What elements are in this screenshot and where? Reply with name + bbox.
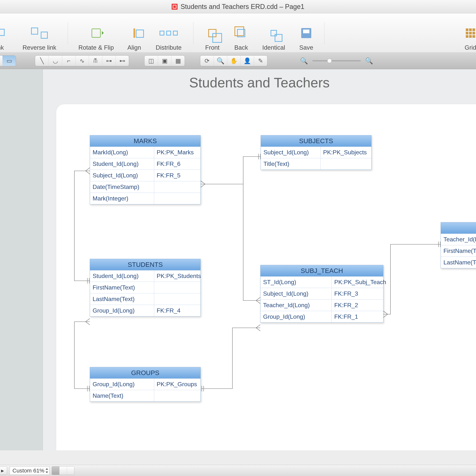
pan-tool[interactable]: ✋ xyxy=(227,55,240,66)
entity-row[interactable]: ST_Id(Long)PK:PK_Subj_Teach xyxy=(260,276,383,288)
column-name: Group_Id(Long) xyxy=(260,311,332,323)
column-name: Subject_Id(Long) xyxy=(261,147,321,158)
e-link-button[interactable]: e link xyxy=(0,25,15,51)
user-tool[interactable]: 👤 xyxy=(240,55,254,66)
rotate-flip-button[interactable]: Rotate & Flip xyxy=(72,25,120,51)
column-key: FK:FR_4 xyxy=(154,305,201,316)
select-tool[interactable]: ▭ xyxy=(2,55,16,66)
column-key xyxy=(154,193,201,204)
column-key: FK:FR_1 xyxy=(332,311,383,323)
diagram-title: Students and Teachers xyxy=(43,75,476,91)
group-tool[interactable]: ▣ xyxy=(158,55,171,66)
align-button[interactable]: Align xyxy=(120,25,148,51)
entity-row[interactable]: Teacher_Id(Long)FK:FR_2 xyxy=(260,299,383,311)
entity-header: MARKS xyxy=(90,135,201,147)
entity-students[interactable]: STUDENTS Student_Id(Long)PK:PK_StudentsF… xyxy=(90,259,201,316)
entity-subjects[interactable]: SUBJECTS Subject_Id(Long)PK:PK_SubjectsT… xyxy=(261,135,372,170)
connector-group: ╲ ◡ ⌐ ∿ ⫚ ⊶ ⊷ xyxy=(35,55,129,66)
entity-row[interactable]: Subject_Id(Long)PK:PK_Subjects xyxy=(261,147,371,158)
entity-row[interactable]: LastName(Text) xyxy=(90,293,201,305)
status-bar: ▸ Custom 61% xyxy=(0,465,476,476)
entity-groups[interactable]: GROUPS Group_Id(Long)PK:PK_GroupsName(Te… xyxy=(90,367,201,402)
column-key xyxy=(321,158,371,170)
entity-body: Group_Id(Long)PK:PK_GroupsName(Text) xyxy=(90,379,201,401)
spline-tool[interactable]: ⫚ xyxy=(89,55,102,66)
refresh-tool[interactable]: ⟳ xyxy=(200,55,214,66)
entity-teachers[interactable]: T Teacher_Id(LFirstName(TeLastName(Te xyxy=(441,222,476,268)
pointer-tool[interactable]: ▢ xyxy=(0,55,2,66)
zoom-tool[interactable]: 🔍 xyxy=(214,55,227,66)
entity-row[interactable]: FirstName(Text) xyxy=(90,282,201,293)
column-name: Teacher_Id(L xyxy=(441,234,476,245)
entity-row[interactable]: Name(Text) xyxy=(90,390,201,401)
zoom-out-icon[interactable]: 🔍 xyxy=(300,57,308,65)
entity-header: SUBJECTS xyxy=(261,135,371,147)
entity-row[interactable]: Group_Id(Long)PK:PK_Groups xyxy=(90,379,201,390)
column-key: FK:FR_6 xyxy=(154,158,201,170)
identical-button[interactable]: Identical xyxy=(255,25,292,51)
zoom-thumb[interactable] xyxy=(327,59,332,63)
front-button[interactable]: Front xyxy=(197,25,227,51)
curve-tool[interactable]: ∿ xyxy=(75,55,89,66)
elbow-tool[interactable]: ⌐ xyxy=(62,55,75,66)
entity-body: Teacher_Id(LFirstName(TeLastName(Te xyxy=(441,234,476,268)
entity-row[interactable]: Title(Text) xyxy=(261,158,371,170)
save-button[interactable]: Save xyxy=(292,25,320,51)
zoom-level-selector[interactable]: Custom 61% xyxy=(10,467,50,475)
entity-header: GROUPS xyxy=(90,367,201,379)
scroll-left-button[interactable]: ▸ xyxy=(0,467,7,475)
entity-row[interactable]: Group_Id(Long)FK:FR_4 xyxy=(90,305,201,316)
window-titlebar: Students and Teachers ERD.cdd – Page1 xyxy=(0,0,476,13)
regroup-tool[interactable]: ▦ xyxy=(171,55,185,66)
entity-marks[interactable]: MARKS MarkId(Long)PK:PK_MarksStudent_Id(… xyxy=(90,135,201,204)
zoom-in-icon[interactable]: 🔍 xyxy=(365,57,373,65)
zoom-slider[interactable]: 🔍 🔍 xyxy=(300,57,373,65)
column-name: Title(Text) xyxy=(261,158,321,170)
entity-row[interactable]: Date(TimeStamp) xyxy=(90,181,201,193)
arc-tool[interactable]: ◡ xyxy=(49,55,62,66)
entity-row[interactable]: Teacher_Id(L xyxy=(441,234,476,245)
column-name: FirstName(Text) xyxy=(90,282,154,293)
entity-row[interactable]: Subject_Id(Long)FK:FR_5 xyxy=(90,170,201,181)
distribute-button[interactable]: Distribute xyxy=(148,25,189,51)
column-name: Subject_Id(Long) xyxy=(260,288,332,299)
column-name: ST_Id(Long) xyxy=(260,276,332,288)
link-icon xyxy=(0,29,5,37)
entity-row[interactable]: MarkId(Long)PK:PK_Marks xyxy=(90,147,201,158)
pointer-group: ▢ ▭ xyxy=(0,55,16,66)
toolbar-separator xyxy=(193,22,193,44)
save-icon xyxy=(301,28,311,38)
reverse-link-button[interactable]: Reverse link xyxy=(15,25,64,51)
column-name: LastName(Te xyxy=(441,257,476,268)
entity-row[interactable]: Group_Id(Long)FK:FR_1 xyxy=(260,311,383,323)
entity-row[interactable]: Student_Id(Long)PK:PK_Students xyxy=(90,270,201,282)
pen-tool[interactable]: ✎ xyxy=(254,55,267,66)
back-icon xyxy=(237,29,245,37)
ruler-gutter xyxy=(0,69,43,450)
window-title: Students and Teachers ERD.cdd – Page1 xyxy=(181,3,304,11)
main-toolbar: e link Reverse link Rotate & Flip Align … xyxy=(0,13,476,52)
entity-row[interactable]: Student_Id(Long)FK:FR_6 xyxy=(90,158,201,170)
view-mode-buttons[interactable] xyxy=(52,466,74,475)
entity-subj-teach[interactable]: SUBJ_TEACH ST_Id(Long)PK:PK_Subj_TeachSu… xyxy=(260,265,383,323)
canvas[interactable]: Students and Teachers xyxy=(43,69,476,450)
grid-icon xyxy=(466,28,475,38)
branch-tool[interactable]: ⊶ xyxy=(102,55,116,66)
column-key: PK:PK_Groups xyxy=(154,379,201,390)
ungroup-tool[interactable]: ◫ xyxy=(144,55,158,66)
entity-row[interactable]: Mark(Integer) xyxy=(90,193,201,204)
zoom-track[interactable] xyxy=(312,60,361,61)
entity-row[interactable]: FirstName(Te xyxy=(441,245,476,256)
back-button[interactable]: Back xyxy=(227,25,255,51)
column-name: Subject_Id(Long) xyxy=(90,170,154,181)
column-key: FK:FR_2 xyxy=(332,300,383,311)
grid-button[interactable]: Grid xyxy=(459,25,476,51)
entity-row[interactable]: Subject_Id(Long)FK:FR_3 xyxy=(260,288,383,299)
entity-row[interactable]: LastName(Te xyxy=(441,256,476,268)
column-key: FK:FR_3 xyxy=(332,288,383,299)
line-tool[interactable]: ╲ xyxy=(35,55,49,66)
column-name: Group_Id(Long) xyxy=(90,305,154,316)
multi-tool[interactable]: ⊷ xyxy=(116,55,129,66)
entity-header: T xyxy=(441,222,476,234)
column-key xyxy=(154,293,201,305)
